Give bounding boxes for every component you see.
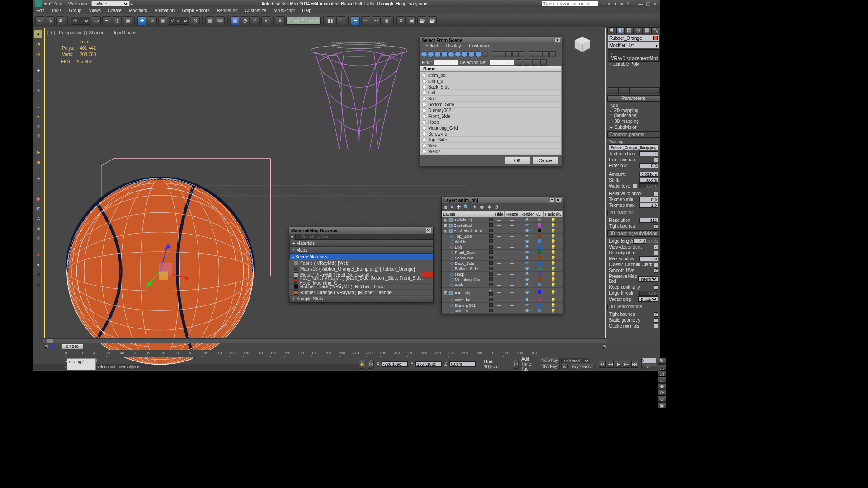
close-icon[interactable]: ✕ bbox=[555, 38, 560, 43]
water-check[interactable] bbox=[633, 184, 637, 188]
layer-row[interactable]: ◇ Web——👁💡 bbox=[442, 282, 563, 288]
spiral-icon[interactable]: ۞ bbox=[34, 132, 42, 140]
find-input[interactable] bbox=[434, 60, 458, 65]
list-item[interactable]: Hoop bbox=[420, 119, 561, 125]
sphere-yellow-icon[interactable]: ● bbox=[34, 30, 42, 38]
list-item[interactable]: Screw-nut bbox=[420, 131, 561, 137]
rendered-frame-icon[interactable]: ▣ bbox=[407, 16, 416, 25]
goto-end-icon[interactable]: ⏭ bbox=[631, 361, 638, 368]
close-icon[interactable]: ✕ bbox=[556, 197, 561, 203]
menu-tools[interactable]: Tools bbox=[51, 8, 61, 13]
render-setup-icon[interactable]: ⚙ bbox=[396, 16, 406, 25]
layer-row[interactable]: ◇ Bottom_Side——👁💡 bbox=[442, 266, 563, 272]
main-toolbar[interactable]: ∾ ∿ ≋ All ▭ ☰ ◫ ▣ ✥ ⟳ ▣ View ⊙ ▦ ⌨ ▦ ◔ %… bbox=[33, 14, 660, 27]
filter-blur-input[interactable] bbox=[639, 163, 658, 168]
workspace-select[interactable]: Default bbox=[91, 1, 130, 6]
close-button[interactable]: ✕ bbox=[652, 1, 658, 6]
new-layer-icon[interactable]: ≡ bbox=[444, 205, 447, 210]
modifier-stack[interactable]: ♀ VRayDisplacementMod ▫ Editable Poly bbox=[608, 49, 660, 62]
list-item[interactable]: anim_s bbox=[420, 78, 561, 84]
mirror-icon[interactable]: ▮▮ bbox=[326, 16, 335, 25]
material-editor-icon[interactable]: ◉ bbox=[382, 16, 391, 25]
sect-scene[interactable]: - Scene Materials bbox=[289, 253, 433, 260]
layer-row[interactable]: ⊞ ▥ anim_obj✓——👁💡 bbox=[442, 288, 563, 297]
biped-icon[interactable]: ۩ bbox=[34, 234, 42, 242]
timeline-lower-scroll[interactable] bbox=[43, 338, 607, 343]
layer-row[interactable]: ◇ Top_Side——👁💡 bbox=[442, 234, 563, 239]
material-row[interactable]: Rubber_Orange ( VRayMtl ) [Rubber_Orange… bbox=[289, 290, 433, 296]
select-icon[interactable]: ▭ bbox=[92, 16, 101, 25]
layer-row[interactable]: ◇ anim_s——👁💡 bbox=[442, 308, 563, 314]
link-icon[interactable]: ∾ bbox=[35, 16, 44, 25]
helper-icon[interactable]: ◆ bbox=[34, 66, 42, 74]
light-omni-icon[interactable]: ✺ bbox=[34, 158, 42, 166]
type-2d[interactable]: 2D mapping (landscape) bbox=[609, 108, 658, 118]
menu-grapheditors[interactable]: Graph Editors bbox=[182, 8, 210, 13]
menu-modifiers[interactable]: Modifiers bbox=[129, 8, 147, 13]
select-name-icon[interactable]: ☰ bbox=[102, 16, 111, 25]
layer-row[interactable]: ⊞ ▥ Basketball_Rim——👁💡 bbox=[442, 228, 563, 234]
list-item[interactable]: Web bbox=[420, 143, 561, 149]
hide-icon[interactable]: 👁 bbox=[480, 205, 485, 210]
torus-icon[interactable]: ◎ bbox=[34, 50, 42, 58]
helper2-icon[interactable]: ◈ bbox=[34, 86, 42, 94]
window-crossing-icon[interactable]: ▣ bbox=[123, 16, 132, 25]
schematic-icon[interactable]: ☷ bbox=[372, 16, 381, 25]
tab-motion[interactable]: ◎ bbox=[634, 27, 643, 34]
viewdep-check[interactable] bbox=[654, 245, 658, 249]
select-dialog-menu[interactable]: SelectDisplayCustomize bbox=[420, 43, 562, 50]
object-name[interactable]: Rubber_Orange bbox=[608, 35, 660, 41]
type-subdiv[interactable]: Subdivision bbox=[609, 124, 658, 130]
bone-icon[interactable]: ⎓ bbox=[34, 76, 42, 84]
red-ball-icon[interactable]: ● bbox=[34, 250, 42, 258]
sect-sample[interactable]: + Sample Slots bbox=[289, 296, 433, 302]
toolbar-icon-a[interactable]: ⎚ bbox=[34, 270, 42, 278]
menu-bar[interactable]: Edit Tools Group Views Create Modifiers … bbox=[33, 7, 660, 14]
layer-row[interactable]: ◇ Front_Side——👁💡 bbox=[442, 250, 563, 255]
tab-utilities[interactable]: 🔧 bbox=[651, 27, 660, 34]
filter-toolbar[interactable] bbox=[420, 50, 562, 59]
ok-button[interactable]: OK bbox=[505, 156, 530, 164]
object-color-swatch[interactable] bbox=[653, 36, 658, 40]
menu-edit[interactable]: Edit bbox=[36, 8, 44, 13]
viewport-nav[interactable]: 🔍⛶◿▭ ✥⟳☺▣ bbox=[657, 357, 667, 371]
move-icon[interactable]: ✥ bbox=[137, 16, 146, 25]
unlink-icon[interactable]: ∿ bbox=[46, 16, 55, 25]
maximize-button[interactable]: ▢ bbox=[645, 1, 651, 6]
menu-help[interactable]: Help bbox=[302, 8, 311, 13]
props-icon[interactable]: ⚙ bbox=[494, 204, 499, 210]
list-item[interactable]: Welds bbox=[420, 149, 561, 155]
menu-maxscript[interactable]: MAXScript bbox=[274, 8, 295, 13]
menu-group[interactable]: Group bbox=[69, 8, 82, 13]
sect-materials[interactable]: + Materials bbox=[289, 240, 433, 247]
play-icon[interactable]: ▶ bbox=[615, 361, 622, 368]
zoom-icon[interactable]: 🔍 bbox=[658, 358, 666, 364]
tab-create[interactable]: ✺ bbox=[607, 27, 616, 34]
catmull-check[interactable] bbox=[654, 263, 658, 267]
close-icon[interactable]: ✕ bbox=[426, 228, 431, 233]
tight-bounds-check[interactable] bbox=[654, 224, 658, 229]
menu-views[interactable]: Views bbox=[89, 8, 101, 13]
tab-hierarchy[interactable]: ▤ bbox=[625, 27, 634, 34]
render-icon[interactable]: ☕ bbox=[417, 16, 426, 25]
snap-toggle-icon[interactable]: ▦ bbox=[230, 16, 239, 25]
maxscript-mini[interactable]: Testing for . bbox=[67, 358, 96, 370]
rollout-params[interactable]: Parameters bbox=[607, 95, 660, 102]
zoom-all-icon[interactable]: ⛶ bbox=[658, 364, 666, 370]
select-obj-icon[interactable]: 🔍 bbox=[463, 204, 470, 210]
quick-access[interactable]: ▾↶↷⎋ bbox=[44, 1, 64, 6]
cone-icon[interactable]: ▽ bbox=[34, 122, 42, 130]
curve-editor-icon[interactable]: 〰 bbox=[361, 16, 370, 25]
keepcont-check[interactable] bbox=[654, 285, 658, 290]
camera-icon[interactable]: ◉ bbox=[34, 194, 42, 202]
modifier-list[interactable]: Modifier List▾ bbox=[608, 42, 660, 48]
material-row[interactable]: Red_Paint ( VRayMtl ) [Back_Side, Bottom… bbox=[289, 278, 433, 284]
current-frame-input[interactable] bbox=[641, 358, 656, 363]
layer-row[interactable]: ◇ Bolt——👁💡 bbox=[442, 244, 563, 250]
layer-row[interactable]: ⊞ ▥ 0 (default)——👁💡 bbox=[442, 217, 563, 223]
walk-icon[interactable]: ☺ bbox=[658, 396, 666, 402]
layer-row[interactable]: ◇ Back_Side——👁💡 bbox=[442, 261, 563, 266]
sphere2-icon[interactable]: ● bbox=[34, 112, 42, 120]
spline-icon[interactable]: ⌇ bbox=[34, 184, 42, 192]
particles-icon[interactable]: ∴ bbox=[34, 214, 42, 222]
